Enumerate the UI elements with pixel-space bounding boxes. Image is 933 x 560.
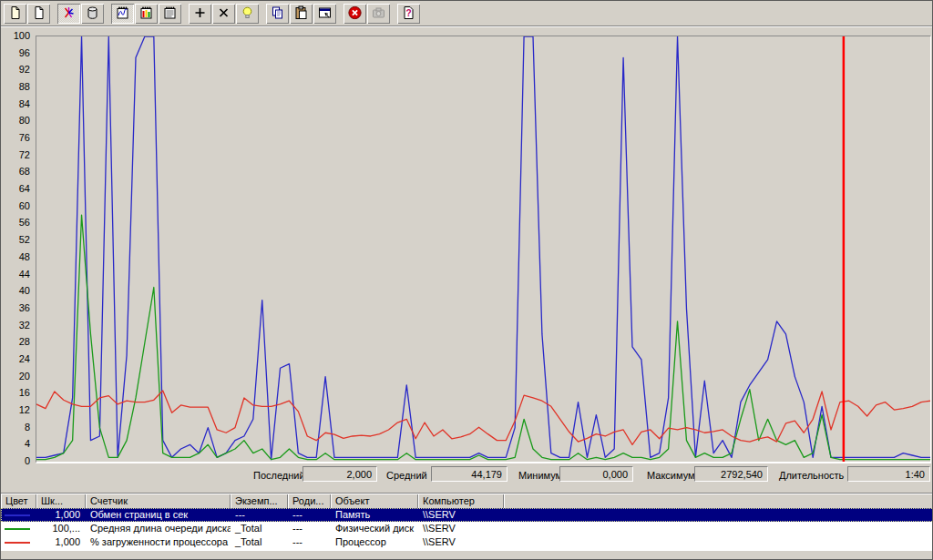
y-axis-tick: 84 — [3, 98, 30, 109]
chart-canvas — [36, 36, 930, 462]
legend-row-2[interactable]: 1,000% загруженности процессора_Total---… — [1, 535, 933, 549]
paste-icon — [293, 5, 309, 22]
legend-cell-object: Процессор — [331, 535, 418, 549]
y-axis-tick: 32 — [3, 320, 30, 331]
y-axis-tick: 4 — [3, 438, 30, 449]
view-log-data-button[interactable] — [81, 4, 104, 24]
legend-table: 1,000Обмен страниц в сек------Память\\SE… — [1, 508, 933, 551]
legend-cell-computer: \\SERV — [418, 522, 504, 535]
help-page-icon: ? — [401, 5, 416, 22]
legend-cell-computer: \\SERV — [418, 535, 504, 549]
legend-cell-scale: 1,000 — [36, 508, 86, 522]
view-report-button[interactable] — [159, 4, 181, 24]
stat-duration-value: 1:40 — [847, 466, 930, 482]
legend-cell-instance: _Total — [231, 522, 288, 535]
freeze-display-button[interactable] — [343, 4, 366, 24]
legend-row-0[interactable]: 1,000Обмен страниц в сек------Память\\SE… — [1, 508, 933, 522]
legend-header: ЦветШк...СчетчикЭкземп...Роди...ОбъектКо… — [1, 493, 933, 509]
y-axis-tick: 76 — [3, 132, 30, 143]
view-current-activity-button[interactable] — [57, 4, 80, 24]
camera-icon — [371, 5, 386, 22]
properties-button[interactable] — [313, 4, 336, 24]
add-counter-button[interactable] — [189, 4, 211, 24]
y-axis-tick: 12 — [3, 404, 30, 415]
copy-icon — [270, 5, 285, 22]
stat-last-label: Последний — [253, 469, 305, 482]
legend-column-header-color[interactable]: Цвет — [1, 494, 36, 509]
y-axis-tick: 36 — [3, 302, 30, 313]
y-axis-tick: 72 — [3, 149, 30, 160]
series-line-2 — [36, 391, 930, 444]
counter-color-swatch — [1, 522, 36, 535]
view-histogram-button[interactable] — [135, 4, 158, 24]
y-axis-tick: 64 — [3, 183, 30, 194]
counter-color-swatch — [1, 535, 36, 549]
new-page-icon — [7, 5, 23, 22]
legend-column-header-computer[interactable]: Компьютер — [418, 494, 504, 509]
chart-notebook-icon — [115, 5, 130, 22]
legend-cell-object: Физический диск — [331, 522, 418, 535]
stat-minimum-label: Минимум — [518, 469, 562, 482]
toolbar-separator — [337, 4, 343, 24]
stat-average-value: 44,179 — [431, 466, 508, 482]
legend-cell-scale: 100,... — [36, 522, 86, 535]
legend-column-header-object[interactable]: Объект — [331, 494, 418, 509]
clear-display-button[interactable] — [27, 4, 50, 24]
legend-column-header-scale[interactable]: Шк... — [36, 494, 86, 509]
stat-average-label: Средний — [386, 469, 427, 482]
toolbar-separator — [260, 4, 266, 24]
y-axis-tick: 24 — [3, 353, 30, 364]
legend-cell-object: Память — [331, 508, 418, 522]
legend-column-header-parent[interactable]: Роди... — [288, 494, 331, 509]
series-line-0 — [36, 36, 930, 460]
legend-cell-computer: \\SERV — [418, 508, 504, 522]
stat-minimum-value: 0,000 — [559, 466, 633, 482]
lightbulb-icon — [240, 5, 255, 22]
stat-maximum-value: 2792,540 — [694, 466, 768, 482]
legend-cell-counter: Средняя длина очереди диска — [86, 522, 231, 535]
toolbar-separator — [391, 4, 397, 24]
stat-last-value: 2,000 — [302, 466, 377, 482]
copy-properties-button[interactable] — [266, 4, 289, 24]
legend-cell-counter: Обмен страниц в сек — [86, 508, 231, 522]
view-chart-button[interactable] — [111, 4, 134, 24]
new-counter-set-button[interactable] — [4, 4, 26, 24]
performance-monitor-window: ? 10096928884807672686460565248444036322… — [0, 0, 933, 560]
paste-counter-list-button[interactable] — [290, 4, 313, 24]
legend-cell-scale: 1,000 — [36, 535, 86, 549]
activity-burst-icon — [61, 5, 77, 22]
toolbar: ? — [1, 2, 932, 26]
help-button[interactable]: ? — [397, 4, 420, 24]
legend-cell-parent: --- — [288, 535, 331, 549]
counter-color-swatch — [1, 508, 36, 522]
y-axis-tick: 40 — [3, 285, 30, 296]
window-bottom-edge — [1, 551, 933, 560]
toolbar-separator — [51, 4, 57, 24]
y-axis-tick: 44 — [3, 269, 30, 280]
toolbar-separator — [105, 4, 111, 24]
y-axis-tick: 56 — [3, 217, 30, 228]
y-axis-tick: 28 — [3, 336, 30, 347]
legend-row-1[interactable]: 100,...Средняя длина очереди диска_Total… — [1, 522, 933, 535]
y-axis-tick: 16 — [3, 387, 30, 398]
legend-column-header-instance[interactable]: Экземп... — [231, 494, 288, 509]
y-axis-tick: 80 — [3, 115, 30, 126]
y-axis-tick: 68 — [3, 166, 30, 177]
legend-cell-parent: --- — [288, 522, 331, 535]
plus-icon — [192, 5, 208, 22]
cross-icon — [216, 5, 231, 22]
legend-cell-instance: _Total — [231, 535, 288, 549]
delete-counter-button[interactable] — [212, 4, 235, 24]
legend-column-header-counter[interactable]: Счетчик — [86, 494, 231, 509]
y-axis-tick: 8 — [3, 422, 30, 433]
y-axis-tick: 92 — [3, 64, 30, 75]
y-axis-tick: 0 — [3, 455, 30, 466]
legend-cell-parent: --- — [288, 508, 331, 522]
histogram-notebook-icon — [138, 5, 154, 22]
highlight-button[interactable] — [236, 4, 259, 24]
y-axis-tick: 100 — [3, 30, 30, 41]
y-axis-tick: 96 — [3, 47, 30, 58]
chart-plot — [36, 36, 931, 463]
y-axis-tick: 60 — [3, 200, 30, 211]
svg-text:?: ? — [405, 8, 411, 18]
